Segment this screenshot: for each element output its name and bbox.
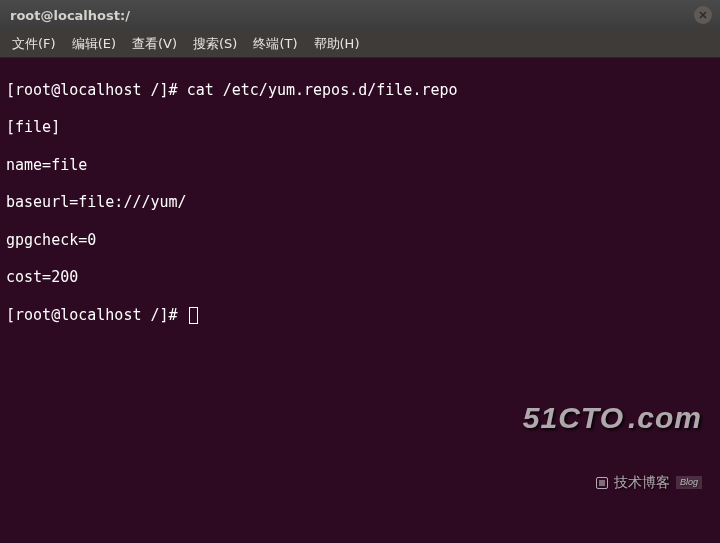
output-line: cost=200	[6, 268, 714, 287]
watermark-blog: Blog	[676, 476, 702, 489]
menu-bar: 文件(F) 编辑(E) 查看(V) 搜索(S) 终端(T) 帮助(H)	[0, 30, 720, 58]
output-line: name=file	[6, 156, 714, 175]
watermark-icon	[596, 477, 608, 489]
window-title: root@localhost:/	[10, 8, 130, 23]
watermark-brand: 51CTO	[523, 399, 624, 437]
shell-prompt: [root@localhost /]#	[6, 81, 187, 99]
watermark-tag: 技术博客	[614, 474, 670, 492]
watermark-domain: .com	[628, 399, 702, 437]
shell-prompt: [root@localhost /]#	[6, 306, 187, 324]
window-titlebar: root@localhost:/	[0, 0, 720, 30]
close-button[interactable]	[694, 6, 712, 24]
menu-file[interactable]: 文件(F)	[4, 31, 64, 57]
output-line: gpgcheck=0	[6, 231, 714, 250]
output-line: [file]	[6, 118, 714, 137]
output-line: baseurl=file:///yum/	[6, 193, 714, 212]
cursor-block	[189, 307, 198, 324]
menu-edit[interactable]: 编辑(E)	[64, 31, 124, 57]
menu-view[interactable]: 查看(V)	[124, 31, 185, 57]
close-icon	[698, 10, 708, 20]
terminal-area[interactable]: [root@localhost /]# cat /etc/yum.repos.d…	[0, 58, 720, 543]
menu-search[interactable]: 搜索(S)	[185, 31, 245, 57]
menu-help[interactable]: 帮助(H)	[306, 31, 368, 57]
menu-terminal[interactable]: 终端(T)	[245, 31, 305, 57]
watermark: 51CTO.com 技术博客 Blog	[523, 362, 702, 530]
command-text: cat /etc/yum.repos.d/file.repo	[187, 81, 458, 99]
